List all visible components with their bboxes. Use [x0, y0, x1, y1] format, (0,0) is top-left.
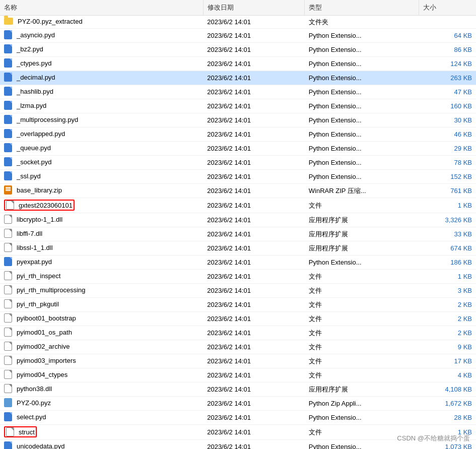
file-date-cell: 2023/6/2 14:01 [203, 198, 305, 213]
file-name-text: libffi-7.dll [17, 230, 42, 237]
file-size-cell: 1,672 KB [419, 397, 476, 411]
table-row[interactable]: base_library.zip2023/6/2 14:01WinRAR ZIP… [0, 184, 476, 198]
file-date-cell: 2023/6/2 14:01 [203, 284, 305, 298]
table-row[interactable]: python38.dll2023/6/2 14:01应用程序扩展4,108 KB [0, 382, 476, 397]
file-name-cell: PYZ-00.pyz_extracted [0, 16, 203, 29]
file-name-cell: libcrypto-1_1.dll [0, 213, 203, 227]
pyz-icon [4, 398, 12, 407]
col-header-size[interactable]: 大小 [419, 0, 476, 16]
table-row[interactable]: pyi_rth_pkgutil2023/6/2 14:01文件2 KB [0, 298, 476, 312]
file-name-cell: _socket.pyd [0, 156, 203, 170]
file-name-cell: pyiboot01_bootstrap [0, 312, 203, 326]
table-row[interactable]: select.pyd2023/6/2 14:01Python Extensio.… [0, 411, 476, 425]
file-type-cell: Python Extensio... [305, 29, 419, 43]
table-row[interactable]: _asyncio.pyd2023/6/2 14:01Python Extensi… [0, 29, 476, 43]
zip-icon [4, 185, 12, 195]
file-size-cell: 124 KB [419, 57, 476, 71]
file-type-cell: Python Extensio... [305, 411, 419, 425]
file-name-cell: pyi_rth_multiprocessing [0, 284, 203, 298]
table-row[interactable]: pyimod03_importers2023/6/2 14:01文件17 KB [0, 354, 476, 368]
table-row[interactable]: pyimod02_archive2023/6/2 14:01文件9 KB [0, 340, 476, 354]
file-list-container[interactable]: 名称 修改日期 类型 大小 PYZ-00.pyz_extracted2023/6… [0, 0, 476, 449]
file-name-wrapper: _asyncio.pyd [4, 30, 55, 39]
col-header-name[interactable]: 名称 [0, 0, 203, 16]
table-row[interactable]: _ssl.pyd2023/6/2 14:01Python Extensio...… [0, 170, 476, 184]
table-row[interactable]: _ctypes.pyd2023/6/2 14:01Python Extensio… [0, 57, 476, 71]
table-row[interactable]: libcrypto-1_1.dll2023/6/2 14:01应用程序扩展3,3… [0, 213, 476, 227]
table-row[interactable]: libssl-1_1.dll2023/6/2 14:01应用程序扩展674 KB [0, 241, 476, 255]
table-row[interactable]: _bz2.pyd2023/6/2 14:01Python Extensio...… [0, 43, 476, 57]
file-date-cell: 2023/6/2 14:01 [203, 184, 305, 198]
folder-icon [4, 18, 13, 25]
table-row[interactable]: pyexpat.pyd2023/6/2 14:01Python Extensio… [0, 255, 476, 270]
file-type-cell: 文件 [305, 198, 419, 213]
file-name-wrapper: pyimod03_importers [4, 356, 76, 365]
file-name-text: pyimod01_os_path [17, 329, 72, 336]
table-row[interactable]: PYZ-00.pyz_extracted2023/6/2 14:01文件夹 [0, 16, 476, 29]
file-name-wrapper: _overlapped.pyd [4, 129, 65, 138]
file-name-cell: _hashlib.pyd [0, 85, 203, 99]
file-size-cell: 30 KB [419, 113, 476, 127]
file-date-cell: 2023/6/2 14:01 [203, 127, 305, 142]
file-name-wrapper: pyimod01_os_path [4, 328, 72, 337]
pyd-icon [4, 171, 12, 180]
table-row[interactable]: pyimod04_ctypes2023/6/2 14:01文件4 KB [0, 368, 476, 382]
file-date-cell: 2023/6/2 14:01 [203, 368, 305, 382]
file-date-cell: 2023/6/2 14:01 [203, 255, 305, 270]
file-name-wrapper: _hashlib.pyd [4, 87, 53, 96]
col-header-type[interactable]: 类型 [305, 0, 419, 16]
table-row[interactable]: libffi-7.dll2023/6/2 14:01应用程序扩展33 KB [0, 227, 476, 241]
file-name-text: libcrypto-1_1.dll [17, 216, 62, 223]
file-name-cell: _queue.pyd [0, 142, 203, 156]
file-name-text: pyi_rth_pkgutil [17, 300, 59, 308]
file-size-cell: 1 KB [419, 198, 476, 213]
file-type-cell: Python Extensio... [305, 255, 419, 270]
file-type-cell: Python Extensio... [305, 156, 419, 170]
table-row[interactable]: pyiboot01_bootstrap2023/6/2 14:01文件2 KB [0, 312, 476, 326]
file-name-wrapper: _decimal.pyd [4, 73, 55, 82]
file-name-text: gxtest2023060101 [19, 202, 73, 209]
table-row[interactable]: _decimal.pyd2023/6/2 14:01Python Extensi… [0, 71, 476, 85]
red-box-highlight: gxtest2023060101 [4, 200, 75, 211]
file-type-cell: 文件 [305, 340, 419, 354]
table-row[interactable]: _lzma.pyd2023/6/2 14:01Python Extensio..… [0, 99, 476, 113]
table-row[interactable]: _hashlib.pyd2023/6/2 14:01Python Extensi… [0, 85, 476, 99]
table-row[interactable]: pyi_rth_inspect2023/6/2 14:01文件1 KB [0, 270, 476, 284]
file-name-text: _lzma.pyd [17, 102, 46, 109]
file-name-cell: libffi-7.dll [0, 227, 203, 241]
file-name-text: _socket.pyd [17, 158, 51, 166]
file-name-text: pyi_rth_inspect [17, 272, 60, 280]
file-name-text: base_library.zip [17, 186, 62, 194]
table-row[interactable]: gxtest20230601012023/6/2 14:01文件1 KB [0, 198, 476, 213]
file-name-cell: pyi_rth_pkgutil [0, 298, 203, 312]
file-name-text: _queue.pyd [17, 144, 51, 152]
table-row[interactable]: _socket.pyd2023/6/2 14:01Python Extensio… [0, 156, 476, 170]
file-name-cell: python38.dll [0, 382, 203, 397]
file-size-cell: 28 KB [419, 411, 476, 425]
file-name-wrapper: _lzma.pyd [4, 101, 46, 110]
dll-icon [4, 215, 12, 224]
file-type-cell: 文件 [305, 298, 419, 312]
table-row[interactable]: _overlapped.pyd2023/6/2 14:01Python Exte… [0, 127, 476, 142]
file-type-cell: Python Extensio... [305, 170, 419, 184]
file-type-cell: Python Zip Appli... [305, 397, 419, 411]
file-name-wrapper: libffi-7.dll [4, 229, 42, 238]
pyd-icon [4, 157, 12, 166]
file-name-text: _decimal.pyd [17, 74, 55, 81]
table-row[interactable]: PYZ-00.pyz2023/6/2 14:01Python Zip Appli… [0, 397, 476, 411]
col-header-date[interactable]: 修改日期 [203, 0, 305, 16]
file-name-text: pyexpat.pyd [17, 258, 52, 266]
file-date-cell: 2023/6/2 14:01 [203, 71, 305, 85]
file-icon [6, 427, 14, 436]
file-name-wrapper: _socket.pyd [4, 157, 51, 166]
file-date-cell: 2023/6/2 14:01 [203, 29, 305, 43]
table-row[interactable]: _queue.pyd2023/6/2 14:01Python Extensio.… [0, 142, 476, 156]
file-name-text: pyimod02_archive [17, 343, 70, 350]
file-size-cell: 674 KB [419, 241, 476, 255]
table-row[interactable]: pyi_rth_multiprocessing2023/6/2 14:01文件3… [0, 284, 476, 298]
file-date-cell: 2023/6/2 14:01 [203, 113, 305, 127]
file-type-cell: Python Extensio... [305, 43, 419, 57]
table-row[interactable]: _multiprocessing.pyd2023/6/2 14:01Python… [0, 113, 476, 127]
table-row[interactable]: pyimod01_os_path2023/6/2 14:01文件2 KB [0, 326, 476, 340]
file-name-text: pyi_rth_multiprocessing [17, 286, 86, 294]
